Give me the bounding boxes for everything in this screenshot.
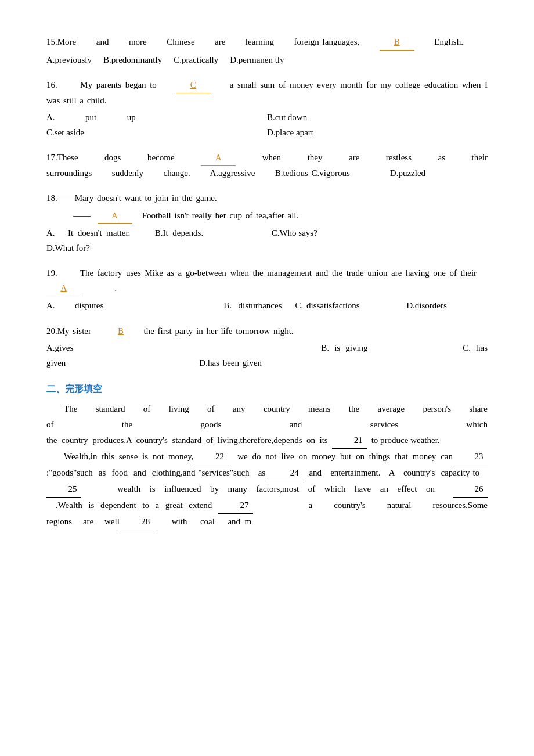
q15-option-a: A.previously	[46, 53, 92, 68]
q19-options-row: A. disputes B. disturbances C. dissatisf…	[46, 298, 488, 314]
section-2: 二、完形填空 The standard of living of any cou…	[46, 381, 488, 530]
question-19: 19. The factory uses Mike as a go-betwee…	[46, 266, 488, 314]
q17-blank: A	[201, 150, 236, 166]
q20-options-row: A.gives B. is giving C. has given D.has …	[46, 341, 488, 370]
q20-blank: B	[118, 326, 124, 336]
q18-option-c: C.Who says?	[272, 226, 317, 241]
passage-p2: Wealth,in this sense is not money,22 we …	[46, 449, 488, 530]
q19-blank: A	[46, 281, 81, 297]
q18-option-d: D.What for?	[46, 243, 90, 253]
q19-text: 19. The factory uses Mike as a go-betwee…	[46, 266, 488, 296]
question-17: 17.These dogs become A when they are res…	[46, 150, 488, 181]
q20-text: 20.My sister B the first party in her li…	[46, 324, 488, 339]
q17-text: 17.These dogs become A when they are res…	[46, 150, 488, 181]
q15-option-b: B.predominantly	[103, 53, 162, 68]
q16-options: A. put up B.cut down C.set aside D.place…	[46, 110, 488, 140]
q16-option-b: B.cut down	[267, 110, 488, 125]
q15-options: A.previously B.predominantly C.practical…	[46, 53, 488, 68]
blank-21: 21	[332, 433, 367, 449]
q16-option-c: C.set aside	[46, 125, 267, 141]
q18-options: A. It doesn't matter. B.It depends. C.Wh…	[46, 226, 488, 241]
question-18: 18.——Mary doesn't want to join in the ga…	[46, 191, 488, 255]
q18-option-a: A. It doesn't matter.	[46, 226, 143, 241]
blank-24: 24	[268, 465, 303, 481]
q18-option-b: B.It depends.	[155, 226, 260, 241]
q16-blank: C	[176, 78, 211, 93]
q15-text: 15.More and more Chinese are learning fo…	[46, 35, 488, 51]
section-2-title: 二、完形填空	[46, 381, 488, 397]
question-15: 15.More and more Chinese are learning fo…	[46, 35, 488, 67]
q18-line2: —— A Football isn't really her cup of te…	[46, 208, 488, 224]
q15-option-d: D.permanen tly	[230, 53, 284, 68]
blank-23: 23	[453, 449, 488, 465]
passage-p1: The standard of living of any country me…	[46, 401, 488, 449]
blank-27: 27	[218, 498, 253, 514]
q15-blank: B	[380, 35, 414, 51]
q16-option-a: A. put up	[46, 110, 267, 125]
blank-25: 25	[46, 481, 81, 498]
blank-28: 28	[120, 514, 154, 530]
question-16: 16. My parents began to C a small sum of…	[46, 78, 488, 140]
q18-line1: 18.——Mary doesn't want to join in the ga…	[46, 191, 488, 206]
blank-22: 22	[194, 449, 229, 465]
page: 15.More and more Chinese are learning fo…	[0, 0, 534, 756]
q16-option-d: D.place apart	[267, 125, 488, 141]
q18-blank: A	[98, 208, 132, 224]
q15-option-c: C.practically	[174, 53, 218, 68]
question-20: 20.My sister B the first party in her li…	[46, 324, 488, 371]
q18-option-d-row: D.What for?	[46, 241, 488, 256]
q16-text: 16. My parents began to C a small sum of…	[46, 78, 488, 108]
q15-number: 15.More	[46, 37, 76, 46]
blank-26: 26	[453, 481, 488, 498]
